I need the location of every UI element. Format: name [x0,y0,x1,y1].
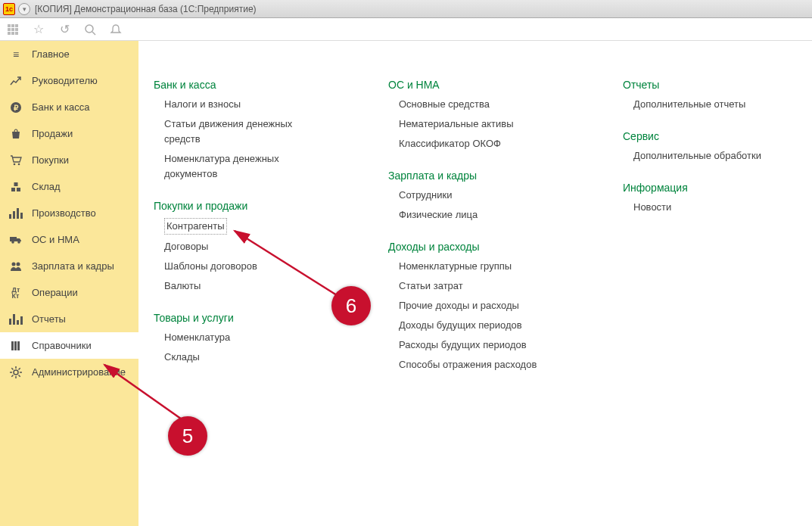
section-title[interactable]: Информация [623,182,797,194]
link-item[interactable]: Номенклатурные группы [399,259,562,274]
sidebar-item-bank[interactable]: ₽ Банк и касса [0,94,138,120]
books-icon [9,339,23,353]
main-content: Банк и касса Налоги и взносы Статьи движ… [138,41,812,526]
column-2: ОС и НМА Основные средства Нематериальны… [388,79,562,511]
sidebar-item-assets[interactable]: ОС и НМА [0,226,138,253]
svg-line-25 [19,368,20,369]
boxes-icon [9,180,23,194]
link-item[interactable]: Статьи затрат [399,279,562,294]
sidebar-item-catalogs[interactable]: Справочники [0,332,138,359]
sidebar-item-label: Покупки [32,154,69,166]
link-item[interactable]: Договоры [164,239,328,254]
factory-icon [9,207,23,220]
star-icon[interactable]: ☆ [32,23,45,36]
link-item[interactable]: Номенклатура [164,330,328,345]
link-item[interactable]: Классификатор ОКОФ [399,136,562,151]
link-item[interactable]: Статьи движения денежных средств [164,117,328,147]
section-title[interactable]: Банк и касса [154,79,328,91]
svg-line-1 [92,32,95,35]
link-item[interactable]: Прочие доходы и расходы [399,298,562,313]
apps-icon[interactable] [6,23,20,36]
sidebar-item-label: Банк и касса [32,101,90,113]
callout-6: 6 [331,286,371,325]
link-item[interactable]: Новости [633,200,797,215]
sidebar-item-label: Производство [32,207,96,219]
bell-icon[interactable] [109,23,123,36]
link-item[interactable]: Расходы будущих периодов [399,338,562,353]
sidebar-item-label: Главное [32,48,70,60]
sidebar-item-label: Отчеты [32,313,66,325]
history-icon[interactable]: ↺ [58,23,71,36]
titlebar: 1c ▾ [КОПИЯ] Демонстрационная база (1С:П… [0,0,812,18]
truck-icon [9,233,23,247]
link-contractors[interactable]: Контрагенты [164,218,227,235]
sidebar-item-hr[interactable]: Зарплата и кадры [0,253,138,279]
link-item[interactable]: Нематериальные активы [399,117,562,132]
sidebar: ≡ Главное Руководителю ₽ Банк и касса Пр… [0,41,138,526]
sidebar-item-production[interactable]: Производство [0,200,138,226]
sidebar-item-sales[interactable]: Продажи [0,120,138,147]
svg-text:₽: ₽ [14,104,19,112]
svg-rect-6 [11,188,15,191]
sidebar-item-label: Руководителю [32,75,98,86]
sidebar-item-main[interactable]: ≡ Главное [0,41,138,67]
sidebar-item-operations[interactable]: ДтКт Операции [0,279,138,306]
link-item[interactable]: Номенклатура денежных документов [164,151,328,182]
app-icon: 1c [3,3,15,15]
section-title[interactable]: Отчеты [623,79,797,91]
link-item[interactable]: Доходы будущих периодов [399,318,562,333]
link-item[interactable]: Дополнительные обработки [633,148,797,163]
menu-icon: ≡ [9,48,23,61]
svg-point-5 [18,163,20,165]
link-item[interactable]: Валюты [164,279,328,294]
link-item[interactable]: Основные средства [399,97,562,112]
section-title[interactable]: Доходы и расходы [388,241,562,253]
svg-rect-9 [10,237,17,241]
svg-point-4 [14,163,16,165]
sidebar-item-label: Администрирование [32,366,126,378]
people-icon [9,260,23,273]
svg-point-10 [11,241,14,244]
svg-line-24 [11,375,13,376]
sidebar-item-reports[interactable]: Отчеты [0,306,138,332]
link-item[interactable]: Дополнительные отчеты [633,97,797,112]
search-icon[interactable] [83,23,97,36]
cart-icon [9,154,23,167]
sidebar-item-label: ОС и НМА [32,234,79,245]
link-item[interactable]: Налоги и взносы [164,97,328,112]
section-title[interactable]: Покупки и продажи [154,200,328,212]
sidebar-item-manager[interactable]: Руководителю [0,67,138,94]
link-item[interactable]: Физические лица [399,207,562,223]
svg-rect-14 [11,341,14,350]
section-title[interactable]: ОС и НМА [388,79,562,91]
callout-label: 5 [182,425,193,448]
sidebar-item-admin[interactable]: Администрирование [0,359,138,385]
trend-icon [9,74,23,88]
sidebar-item-label: Склад [32,181,61,192]
callout-label: 6 [346,294,356,318]
chart-icon [9,313,23,326]
sidebar-item-label: Зарплата и кадры [32,260,114,272]
callout-5: 5 [168,416,207,456]
svg-point-17 [14,370,18,375]
sidebar-item-label: Операции [32,287,78,298]
section-title[interactable]: Сервис [623,130,797,142]
window-title: [КОПИЯ] Демонстрационная база (1С:Предпр… [35,4,257,14]
column-3: Отчеты Дополнительные отчеты Сервис Допо… [623,79,797,511]
svg-rect-7 [17,188,20,191]
sidebar-item-purchases[interactable]: Покупки [0,147,138,173]
svg-line-22 [11,368,13,369]
sidebar-item-warehouse[interactable]: Склад [0,173,138,200]
svg-line-23 [19,375,20,376]
link-item[interactable]: Способы отражения расходов [399,357,562,372]
section-title[interactable]: Зарплата и кадры [388,170,562,182]
sidebar-item-label: Справочники [32,340,92,351]
link-item[interactable]: Склады [164,350,328,365]
link-item[interactable]: Сотрудники [399,188,562,203]
svg-rect-16 [17,341,20,350]
link-item[interactable]: Шаблоны договоров [164,259,328,274]
app-menu-dropdown[interactable]: ▾ [18,3,30,15]
svg-rect-8 [14,182,18,186]
section-title[interactable]: Товары и услуги [154,312,328,324]
svg-point-12 [12,262,16,266]
